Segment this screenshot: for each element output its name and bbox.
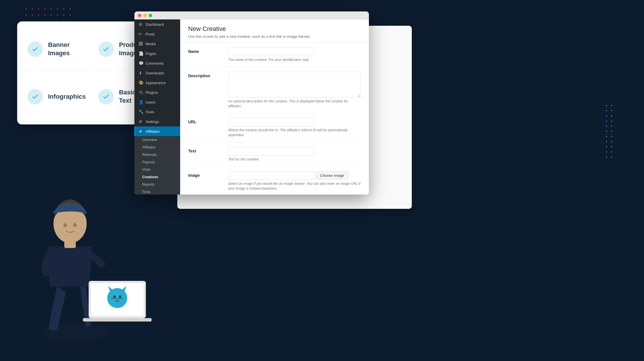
sidebar-label-affiliates: Affiliates	[146, 129, 160, 134]
sidebar-label-plugins: Plugins	[146, 90, 158, 95]
decorative-dots-right	[604, 103, 615, 160]
sidebar-label-dashboard: Dashboard	[146, 22, 164, 27]
sidebar-item-settings[interactable]: ⚙ Settings	[134, 117, 180, 126]
name-input[interactable]	[228, 47, 314, 56]
check-circle-basic-text	[98, 89, 114, 104]
field-group-name: The name of this creative. For your iden…	[228, 47, 361, 62]
plugins-icon: 🔌	[139, 90, 143, 95]
pages-icon: 📄	[139, 51, 143, 56]
sidebar-label-appearance: Appearance	[146, 81, 166, 85]
sidebar-sub-label-referrals: Referrals	[142, 153, 157, 157]
settings-icon: ⚙	[139, 119, 143, 124]
tools-icon: 🔧	[139, 110, 143, 114]
sidebar-label-comments: Comments	[146, 61, 164, 66]
window-minimize-dot[interactable]	[143, 14, 147, 17]
field-label-description: Description	[188, 72, 222, 78]
field-group-description: An optional description for this creativ…	[228, 72, 361, 109]
sidebar-item-affiliates[interactable]: ★ Affiliates	[134, 126, 180, 136]
field-group-image: Choose Image Select an image if you woul…	[228, 171, 361, 191]
description-hint: An optional description for this creativ…	[228, 99, 361, 109]
downloads-icon: ⬇	[139, 71, 143, 75]
sidebar-sub-label-affiliates: Affiliates	[142, 145, 156, 149]
check-label-basic-text: BasicText	[119, 88, 136, 105]
svg-point-12	[119, 295, 121, 298]
comments-icon: 💬	[139, 61, 143, 66]
sidebar-label-pages: Pages	[146, 51, 156, 56]
field-label-name: Name	[188, 47, 222, 54]
sidebar-label-media: Media	[146, 42, 156, 46]
window-close-dot[interactable]	[138, 14, 141, 17]
svg-point-3	[63, 223, 67, 227]
check-label-infographics: Infographics	[48, 93, 86, 101]
affiliates-icon: ★	[139, 129, 143, 134]
sidebar-label-posts: Posts	[146, 32, 155, 36]
sidebar-label-users: Users	[146, 100, 155, 104]
dashboard-icon: ⊞	[139, 22, 143, 27]
media-icon: 🖼	[139, 41, 143, 46]
svg-point-11	[113, 295, 116, 298]
check-circle-banner	[27, 41, 43, 57]
form-row-name: Name The name of this creative. For your…	[188, 43, 361, 67]
sidebar-item-media[interactable]: 🖼 Media	[134, 39, 180, 49]
field-label-text: Text	[188, 147, 222, 153]
choose-image-button[interactable]: Choose Image	[316, 172, 348, 179]
check-item-infographics: Infographics	[23, 75, 90, 119]
url-hint: Where the creative should link to. The a…	[228, 128, 361, 138]
appearance-icon: 🎨	[139, 80, 143, 85]
wp-titlebar	[134, 11, 369, 19]
sidebar-item-posts[interactable]: ✏ Posts	[134, 29, 180, 39]
sidebar-item-overview[interactable]: Overview	[134, 136, 180, 144]
form-row-image: Image Choose Image Select an image if yo…	[188, 167, 361, 195]
form-row-text: Text Text for this creative.	[188, 142, 361, 167]
creative-header: New Creative Use this screen to add a ne…	[180, 19, 369, 43]
creative-subtitle: Use this screen to add a new creative, s…	[188, 34, 361, 39]
new-creative-panel: New Creative Use this screen to add a ne…	[180, 19, 369, 195]
window-maximize-dot[interactable]	[149, 14, 152, 17]
sidebar-item-downloads[interactable]: ⬇ Downloads	[134, 68, 180, 78]
form-row-url: URL Where the creative should link to. T…	[188, 113, 361, 142]
creative-title: New Creative	[188, 25, 361, 33]
sidebar-item-payouts[interactable]: Payouts	[134, 158, 180, 166]
check-circle-infographics	[27, 89, 43, 104]
text-input[interactable]	[228, 147, 314, 156]
sidebar-label-tools: Tools	[146, 110, 154, 114]
posts-icon: ✏	[139, 32, 143, 36]
sidebar-item-tools[interactable]: 🔧 Tools	[134, 107, 180, 117]
sidebar-label-settings: Settings	[146, 120, 159, 124]
check-circle-product	[98, 41, 114, 57]
illustration-person	[0, 166, 194, 361]
sidebar-item-appearance[interactable]: 🎨 Appearance	[134, 78, 180, 88]
sidebar-label-downloads: Downloads	[146, 71, 164, 75]
svg-point-4	[73, 223, 77, 227]
text-hint: Text for this creative.	[228, 157, 361, 162]
wp-main-content: New Creative Use this screen to add a ne…	[180, 19, 369, 195]
image-hint: Select an image if you would like an ima…	[228, 181, 361, 191]
image-url-input[interactable]	[228, 171, 314, 180]
sidebar-item-comments[interactable]: 💬 Comments	[134, 58, 180, 68]
check-label-banner-images: BannerImages	[48, 41, 70, 57]
sidebar-sub-label-overview: Overview	[142, 138, 157, 142]
creative-form-body: Name The name of this creative. For your…	[180, 43, 369, 195]
svg-rect-7	[83, 318, 152, 322]
url-input[interactable]	[228, 118, 314, 126]
field-label-url: URL	[188, 118, 222, 124]
users-icon: 👤	[139, 100, 143, 104]
field-group-url: Where the creative should link to. The a…	[228, 118, 361, 138]
sidebar-item-dashboard[interactable]: ⊞ Dashboard	[134, 19, 180, 29]
sidebar-sub-label-payouts: Payouts	[142, 160, 155, 164]
form-row-description: Description An optional description for …	[188, 67, 361, 114]
sidebar-item-pages[interactable]: 📄 Pages	[134, 49, 180, 58]
description-textarea[interactable]	[228, 72, 361, 98]
sidebar-item-affiliates-sub[interactable]: Affiliates	[134, 144, 180, 151]
name-hint: The name of this creative. For your iden…	[228, 57, 361, 62]
field-group-text: Text for this creative.	[228, 147, 361, 162]
sidebar-item-users[interactable]: 👤 Users	[134, 97, 180, 107]
image-input-row: Choose Image	[228, 171, 361, 180]
sidebar-item-referrals[interactable]: Referrals	[134, 151, 180, 158]
sidebar-item-plugins[interactable]: 🔌 Plugins	[134, 88, 180, 97]
check-item-banner-images: BannerImages	[23, 27, 90, 71]
